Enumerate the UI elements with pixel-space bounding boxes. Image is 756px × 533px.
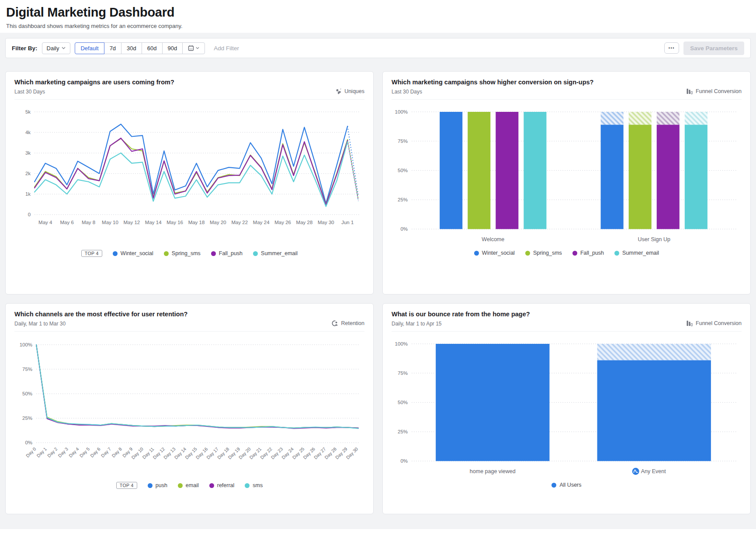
svg-text:May 24: May 24 — [253, 220, 270, 225]
svg-text:Day 1: Day 1 — [35, 446, 48, 458]
svg-text:Day 0: Day 0 — [25, 446, 37, 458]
series-label: Spring_sms — [533, 250, 562, 256]
legend-item[interactable]: Winter_social — [113, 250, 153, 256]
range-90d-button[interactable]: 90d — [162, 42, 183, 54]
retention-line-chart[interactable]: 0%25%50%75%100%Day 0Day 1Day 2Day 3Day 4… — [14, 335, 364, 479]
save-parameters-button[interactable]: Save Parameters — [683, 42, 744, 55]
panel-campaign-uniques: Which marketing campaigns are users comi… — [5, 71, 374, 294]
svg-text:User Sign Up: User Sign Up — [638, 236, 670, 242]
retention-icon — [331, 320, 338, 327]
svg-text:75%: 75% — [22, 367, 32, 372]
campaigns-line-chart[interactable]: 01k2k3k4k5kMay 4May 6May 8May 10May 12Ma… — [14, 103, 364, 247]
range-default-button[interactable]: Default — [75, 42, 104, 54]
svg-text:Day 2: Day 2 — [46, 446, 59, 458]
top4-badge: TOP 4 — [81, 250, 102, 257]
series-dot — [525, 251, 530, 256]
legend-item[interactable]: Fall_push — [572, 250, 604, 256]
series-label: All Users — [559, 482, 581, 488]
range-60d-button[interactable]: 60d — [142, 42, 163, 54]
series-label: sms — [253, 482, 263, 488]
series-label: Spring_sms — [172, 250, 201, 256]
series-dot — [113, 251, 118, 256]
panel-bounce-rate: What is our bounce rate from the home pa… — [382, 303, 751, 514]
metric-label: Retention — [341, 320, 364, 326]
panel-signup-conversion: Which marketing campaigns show higher co… — [382, 71, 751, 294]
chart-type-label: Uniques — [335, 88, 364, 95]
svg-text:May 16: May 16 — [166, 220, 183, 225]
svg-text:75%: 75% — [398, 138, 408, 144]
legend-item[interactable]: sms — [245, 482, 263, 488]
card-date-range: Daily, Mar 1 to Apr 15 — [392, 321, 530, 327]
series-label: Winter_social — [121, 250, 153, 256]
chart-type-label: Funnel Conversion — [686, 88, 742, 95]
svg-text:0%: 0% — [25, 440, 32, 445]
svg-text:2k: 2k — [25, 171, 31, 176]
chart-type-label: Retention — [331, 320, 364, 327]
svg-text:Day 5: Day 5 — [78, 446, 90, 458]
card-title[interactable]: Which marketing campaigns show higher co… — [392, 79, 593, 86]
chevron-down-icon — [196, 47, 199, 49]
svg-text:May 6: May 6 — [60, 220, 73, 225]
card-title[interactable]: What is our bounce rate from the home pa… — [392, 311, 530, 318]
svg-text:0: 0 — [28, 212, 31, 217]
uniques-icon — [335, 88, 342, 95]
page-subtitle: This dashboard shows marketing metrics f… — [6, 23, 750, 29]
legend-item[interactable]: Summer_email — [614, 250, 659, 256]
panel-channel-retention: Which channels are the most effective fo… — [5, 303, 374, 514]
series-dot — [253, 251, 258, 256]
date-picker-button[interactable] — [182, 42, 205, 54]
legend-item[interactable]: Summer_email — [253, 250, 298, 256]
card-header: Which marketing campaigns are users comi… — [14, 79, 364, 100]
legend-item[interactable]: Fall_push — [211, 250, 243, 256]
legend-item[interactable]: email — [178, 482, 199, 488]
range-30d-button[interactable]: 30d — [121, 42, 142, 54]
signups-funnel-chart[interactable]: 0%25%50%75%100%WelcomeUser Sign Up — [392, 103, 742, 247]
svg-text:May 20: May 20 — [210, 220, 226, 225]
card-date-range: Last 30 Days — [14, 89, 174, 95]
svg-text:May 8: May 8 — [82, 220, 95, 225]
svg-text:May 28: May 28 — [296, 220, 313, 225]
series-dot — [551, 483, 556, 488]
chart-legend: TOP 4 Winter_social Spring_sms Fall_push… — [14, 250, 364, 257]
legend-item[interactable]: Spring_sms — [525, 250, 562, 256]
bounce-funnel-chart[interactable]: 0%25%50%75%100%home page viewedAny Event — [392, 335, 742, 479]
series-dot — [474, 251, 479, 256]
more-options-button[interactable]: ••• — [664, 42, 679, 54]
svg-text:Any Event: Any Event — [641, 468, 666, 474]
svg-text:100%: 100% — [395, 109, 408, 114]
svg-text:Welcome: Welcome — [482, 236, 504, 242]
svg-text:25%: 25% — [398, 429, 408, 434]
series-dot — [211, 251, 216, 256]
card-title[interactable]: Which channels are the most effective fo… — [14, 311, 187, 318]
metric-label: Funnel Conversion — [696, 88, 742, 94]
series-label: email — [186, 482, 199, 488]
card-grid: Which marketing campaigns are users comi… — [5, 71, 751, 514]
series-dot — [245, 483, 250, 488]
series-label: Summer_email — [622, 250, 659, 256]
add-filter-button[interactable]: Add Filter — [214, 45, 239, 52]
svg-text:25%: 25% — [398, 197, 408, 202]
card-title[interactable]: Which marketing campaigns are users comi… — [14, 79, 174, 86]
legend-item[interactable]: All Users — [551, 482, 581, 488]
series-label: push — [156, 482, 167, 488]
legend-item[interactable]: Spring_sms — [164, 250, 201, 256]
card-date-range: Last 30 Days — [392, 89, 593, 95]
svg-text:Day 30: Day 30 — [345, 446, 359, 460]
calendar-icon — [188, 45, 194, 51]
range-7d-button[interactable]: 7d — [104, 42, 121, 54]
legend-item[interactable]: push — [148, 482, 167, 488]
series-dot — [572, 251, 577, 256]
series-dot — [178, 483, 183, 488]
card-header: Which marketing campaigns show higher co… — [392, 79, 742, 100]
svg-text:100%: 100% — [20, 342, 32, 347]
svg-text:Day 8: Day 8 — [111, 446, 123, 458]
legend-item[interactable]: Winter_social — [474, 250, 515, 256]
metric-label: Uniques — [344, 88, 364, 94]
chart-legend: TOP 4 push email referral sms — [14, 482, 364, 489]
page-title: Digital Marketing Dashboard — [6, 5, 750, 20]
legend-item[interactable]: referral — [209, 482, 235, 488]
svg-text:May 22: May 22 — [231, 220, 248, 225]
interval-select[interactable]: Daily — [42, 42, 71, 54]
svg-text:May 26: May 26 — [274, 220, 291, 225]
card-header: What is our bounce rate from the home pa… — [392, 311, 742, 332]
